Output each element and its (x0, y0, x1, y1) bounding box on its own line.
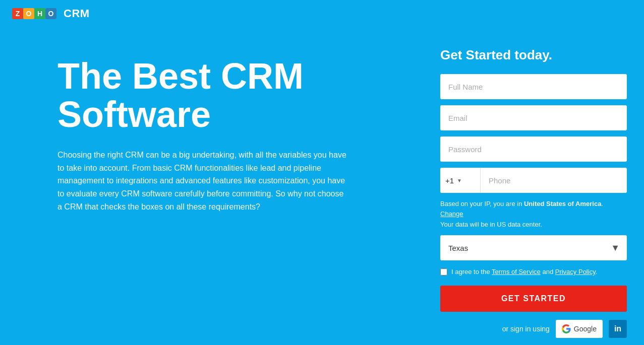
data-center-info: Your data will be in US data center. (440, 221, 627, 228)
email-field (440, 105, 627, 130)
state-select[interactable]: Texas California New York Florida Illino… (440, 235, 627, 260)
terms-conjunction: and (541, 268, 555, 275)
logo-h: H (34, 8, 45, 19)
logo-o1: O (23, 8, 34, 19)
password-input[interactable] (440, 136, 627, 162)
terms-text: I agree to the Terms of Service and Priv… (451, 267, 597, 277)
email-input[interactable] (440, 105, 627, 130)
main-content: The Best CRM Software Choosing the right… (0, 47, 644, 338)
change-location-link[interactable]: Change (440, 210, 463, 218)
full-name-field (440, 74, 627, 99)
product-name: CRM (64, 7, 90, 20)
get-started-button[interactable]: GET STARTED (440, 286, 627, 312)
signup-form: Get Started today. +1 ▼ Based on your IP… (440, 47, 632, 338)
logo-container: Z O H O CRM (12, 7, 90, 20)
terms-checkbox[interactable] (440, 268, 447, 275)
signin-text: or sign in using (502, 325, 550, 333)
header: Z O H O CRM (0, 0, 644, 27)
logo-z: Z (12, 8, 23, 19)
country-code-value: +1 (445, 176, 454, 185)
signin-row: or sign in using Google in (440, 320, 627, 338)
terms-prefix: I agree to the (451, 268, 492, 275)
country-code-dropdown-arrow: ▼ (457, 178, 462, 183)
privacy-policy-link[interactable]: Privacy Policy (555, 268, 596, 275)
hero-description: Choosing the right CRM can be a big unde… (57, 149, 350, 213)
full-name-input[interactable] (440, 74, 627, 99)
phone-input[interactable] (481, 168, 627, 193)
linkedin-icon: in (614, 324, 621, 333)
location-prefix: Based on your IP, you are in (440, 200, 524, 208)
zoho-logo: Z O H O (12, 8, 56, 19)
hero-title: The Best CRM Software (57, 57, 420, 133)
linkedin-signin-button[interactable]: in (609, 320, 627, 338)
phone-row: +1 ▼ (440, 168, 627, 193)
terms-row: I agree to the Terms of Service and Priv… (440, 267, 627, 277)
location-country: United States of America (524, 200, 601, 208)
terms-suffix: . (596, 268, 598, 275)
terms-of-service-link[interactable]: Terms of Service (492, 268, 541, 275)
left-panel: The Best CRM Software Choosing the right… (12, 47, 420, 338)
google-signin-button[interactable]: Google (556, 320, 603, 338)
form-title: Get Started today. (440, 47, 627, 63)
state-select-container: Texas California New York Florida Illino… (440, 235, 627, 260)
google-signin-label: Google (574, 325, 597, 333)
location-period: . (601, 200, 603, 208)
password-field (440, 136, 627, 162)
location-info: Based on your IP, you are in United Stat… (440, 199, 627, 219)
google-icon (562, 324, 571, 333)
logo-o2: O (45, 8, 56, 19)
country-code-selector[interactable]: +1 ▼ (440, 168, 481, 193)
